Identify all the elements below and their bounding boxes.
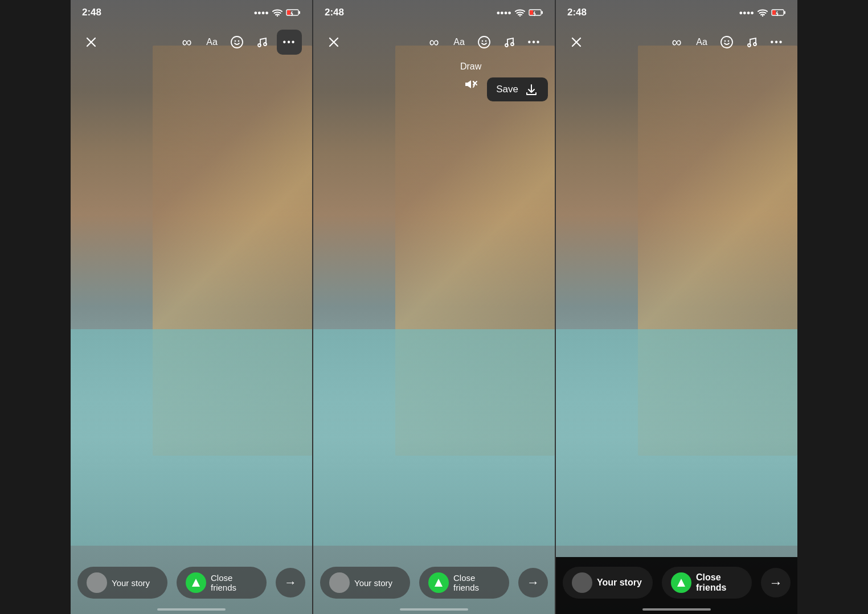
text-icon-3[interactable]: Aa (691, 32, 712, 52)
music-icon-2[interactable] (499, 32, 519, 52)
svg-point-42 (748, 44, 751, 47)
friends-label-1: Close friends (211, 573, 257, 592)
svg-point-24 (482, 40, 484, 42)
more-dots-2: ••• (528, 37, 541, 47)
send-button-1[interactable]: → (276, 568, 305, 597)
more-button-2[interactable]: ••• (524, 32, 544, 52)
bottom-bar-3: Your story Close friends → (556, 563, 797, 603)
svg-rect-32 (784, 11, 786, 14)
save-button-2[interactable]: Save (487, 77, 548, 101)
svg-rect-17 (530, 10, 533, 15)
infinity-icon-1[interactable]: ∞ (177, 32, 197, 52)
friends-label-2: Close friends (453, 573, 500, 592)
close-friends-button-2[interactable]: Close friends (419, 567, 509, 599)
teal-area-3 (556, 329, 797, 546)
signal-icon-1: ●●●● (253, 9, 269, 16)
svg-point-39 (721, 36, 732, 48)
home-indicator-3 (642, 608, 711, 611)
top-bar-3: ∞ Aa ••• (556, 25, 797, 59)
sticker-icon-1[interactable] (227, 32, 247, 52)
bottom-bar-2: Your story Close friends → (313, 563, 555, 603)
svg-rect-3 (287, 10, 290, 15)
phone-screen-1: 2:48 ●●●● (71, 0, 312, 614)
draw-label-2[interactable]: Draw (460, 62, 481, 72)
home-indicator-2 (400, 608, 468, 611)
music-icon-3[interactable] (742, 32, 762, 52)
battery-icon-3 (771, 9, 786, 17)
close-friends-button-1[interactable]: Close friends (177, 567, 267, 599)
svg-point-43 (754, 43, 756, 46)
music-icon-1[interactable] (252, 32, 272, 52)
more-dots-3: ••• (771, 37, 784, 47)
status-icons-2: ●●●● (496, 9, 543, 17)
status-time-2: 2:48 (325, 7, 344, 18)
svg-rect-2 (299, 11, 301, 14)
story-label-1: Your story (112, 578, 150, 588)
top-bar-1: ∞ Aa ••• (71, 25, 312, 59)
svg-point-23 (478, 36, 490, 48)
close-friends-button-3[interactable]: Close friends (662, 567, 752, 599)
phone-screen-3: 2:48 ●●●● ∞ Aa (556, 0, 797, 614)
status-time-3: 2:48 (567, 7, 587, 18)
dropdown-area-2: Draw Save (460, 62, 548, 101)
send-arrow-2: → (527, 575, 539, 590)
status-bar-1: 2:48 ●●●● (71, 0, 312, 25)
svg-point-12 (258, 44, 261, 47)
save-icon-2 (525, 83, 538, 96)
svg-point-30 (762, 15, 763, 17)
friends-icon-1 (186, 572, 206, 593)
battery-icon-2 (529, 9, 543, 17)
svg-point-10 (235, 40, 236, 42)
text-icon-1[interactable]: Aa (202, 32, 222, 52)
signal-icon-2: ●●●● (496, 9, 511, 16)
svg-point-14 (519, 15, 521, 17)
battery-icon-1 (286, 9, 301, 17)
infinity-icon-3[interactable]: ∞ (666, 32, 687, 52)
svg-point-41 (728, 40, 730, 42)
phone-screen-2: 2:48 ●●●● ∞ Aa (313, 0, 555, 614)
svg-rect-16 (542, 11, 543, 14)
story-avatar-2 (329, 572, 350, 593)
bottom-bar-1: Your story Close friends → (71, 563, 312, 603)
your-story-button-3[interactable]: Your story (563, 567, 653, 599)
sticker-icon-3[interactable] (716, 32, 737, 52)
wifi-icon-1 (272, 9, 282, 17)
text-icon-2[interactable]: Aa (449, 32, 469, 52)
svg-point-9 (231, 36, 243, 48)
close-button-1[interactable] (81, 32, 101, 52)
svg-point-40 (724, 40, 726, 42)
sticker-icon-2[interactable] (474, 32, 494, 52)
svg-point-0 (277, 15, 278, 17)
your-story-button-1[interactable]: Your story (77, 567, 167, 599)
svg-point-13 (264, 43, 267, 46)
more-button-3[interactable]: ••• (767, 32, 787, 52)
star-icon-2 (435, 579, 443, 587)
send-arrow-3: → (769, 575, 783, 591)
star-icon-1 (192, 579, 200, 587)
friends-icon-2 (428, 572, 449, 593)
status-time-1: 2:48 (82, 7, 101, 18)
story-avatar-1 (87, 572, 107, 593)
svg-point-11 (238, 40, 240, 42)
send-button-2[interactable]: → (518, 568, 548, 597)
friends-label-3: Close friends (696, 572, 743, 593)
status-bar-3: 2:48 ●●●● (556, 0, 797, 25)
status-bar-2: 2:48 ●●●● (313, 0, 555, 25)
close-button-2[interactable] (324, 32, 344, 52)
close-button-3[interactable] (566, 32, 587, 52)
top-bar-right-3: ∞ Aa ••• (666, 32, 787, 52)
send-arrow-1: → (284, 575, 297, 590)
infinity-icon-2[interactable]: ∞ (424, 32, 444, 52)
more-button-1[interactable]: ••• (277, 30, 302, 55)
top-bar-2: ∞ Aa ••• (313, 25, 555, 59)
svg-rect-33 (772, 10, 776, 15)
mute-icon-2[interactable] (463, 76, 479, 95)
top-bar-right-2: ∞ Aa ••• (424, 32, 544, 52)
send-button-3[interactable]: → (761, 568, 791, 597)
story-avatar-3 (572, 572, 592, 593)
svg-point-25 (485, 40, 487, 42)
friends-icon-3 (671, 572, 691, 593)
your-story-button-2[interactable]: Your story (320, 567, 410, 599)
svg-point-26 (505, 44, 508, 47)
story-label-3: Your story (597, 578, 642, 588)
